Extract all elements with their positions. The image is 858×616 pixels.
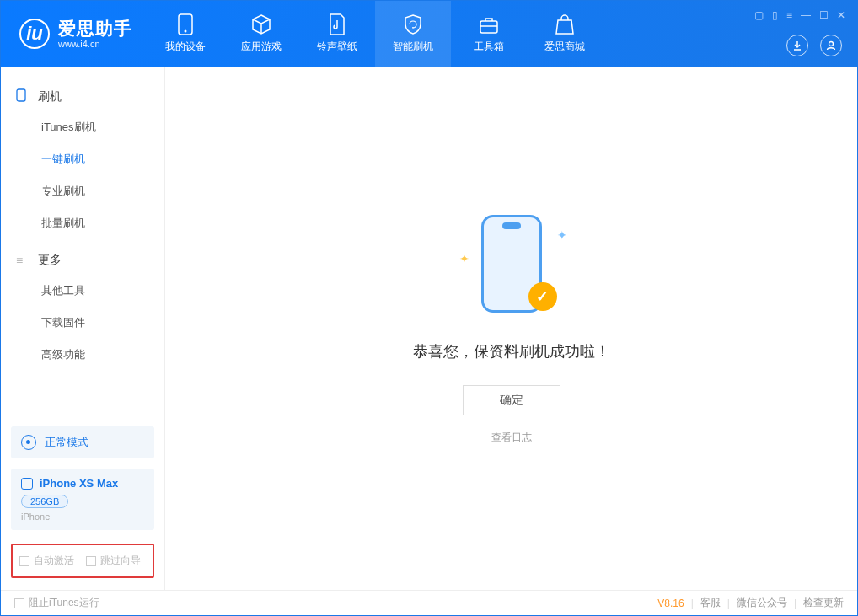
tab-ringtones-wallpapers[interactable]: 铃声壁纸 — [299, 1, 375, 67]
sidebar-section-flash: 刷机 iTunes刷机 一键刷机 专业刷机 批量刷机 — [1, 82, 164, 239]
device-type: iPhone — [21, 512, 144, 522]
close-button[interactable]: ✕ — [837, 9, 845, 21]
menu-icon[interactable]: ≡ — [786, 9, 792, 21]
music-file-icon — [326, 13, 348, 35]
sidebar-item-advanced[interactable]: 高级功能 — [1, 339, 164, 371]
toolbox-icon — [478, 13, 500, 35]
wechat-link[interactable]: 微信公众号 — [737, 596, 787, 610]
checkbox-label: 阻止iTunes运行 — [29, 596, 99, 610]
svg-rect-2 — [480, 21, 497, 33]
section-title: 刷机 — [38, 89, 62, 104]
list-icon: ≡ — [16, 254, 29, 267]
phone-outline-icon — [16, 88, 29, 104]
shield-refresh-icon — [402, 13, 424, 35]
svg-rect-4 — [17, 89, 25, 101]
sidebar-item-pro-flash[interactable]: 专业刷机 — [1, 175, 164, 207]
ok-button[interactable]: 确定 — [463, 385, 560, 415]
svg-point-1 — [185, 30, 187, 33]
phone-icon — [21, 478, 33, 490]
sidebar-item-itunes-flash[interactable]: iTunes刷机 — [1, 111, 164, 143]
sidebar-header-more[interactable]: ≡ 更多 — [1, 246, 164, 275]
checkbox-auto-activate[interactable]: 自动激活 — [19, 554, 74, 568]
minimize-button[interactable]: — — [801, 9, 811, 21]
logo[interactable]: iu 爱思助手 www.i4.cn — [1, 19, 147, 49]
checkbox-icon — [19, 556, 29, 566]
check-badge-icon: ✓ — [528, 282, 557, 311]
tab-label: 铃声壁纸 — [317, 40, 357, 54]
header: iu 爱思助手 www.i4.cn 我的设备 应用游戏 铃声壁纸 智能刷机 — [1, 1, 857, 67]
checkbox-label: 自动激活 — [34, 554, 74, 568]
checkbox-skip-wizard[interactable]: 跳过向导 — [86, 554, 141, 568]
checkbox-icon — [14, 598, 24, 608]
view-log-link[interactable]: 查看日志 — [491, 431, 532, 445]
user-button[interactable] — [820, 35, 842, 56]
feedback-icon[interactable]: ▯ — [772, 9, 778, 21]
tab-my-device[interactable]: 我的设备 — [147, 1, 223, 67]
device-storage: 256GB — [21, 495, 68, 508]
sidebar-item-download-firmware[interactable]: 下载固件 — [1, 307, 164, 339]
sparkle-icon: ✦ — [459, 252, 469, 265]
footer: 阻止iTunes运行 V8.16 | 客服 | 微信公众号 | 检查更新 — [1, 590, 857, 615]
device-info-box[interactable]: iPhone XS Max 256GB iPhone — [11, 469, 154, 530]
bag-icon — [554, 13, 576, 35]
svg-point-3 — [829, 42, 834, 46]
body: 刷机 iTunes刷机 一键刷机 专业刷机 批量刷机 ≡ 更多 其他工具 下载固… — [1, 67, 857, 590]
app-window: iu 爱思助手 www.i4.cn 我的设备 应用游戏 铃声壁纸 智能刷机 — [0, 0, 858, 616]
app-subtitle: www.i4.cn — [58, 39, 132, 49]
tab-label: 我的设备 — [165, 40, 206, 54]
tab-label: 智能刷机 — [393, 40, 433, 54]
nav-tabs: 我的设备 应用游戏 铃声壁纸 智能刷机 工具箱 爱思商城 — [147, 1, 603, 67]
maximize-button[interactable]: ☐ — [819, 9, 829, 21]
check-update-link[interactable]: 检查更新 — [803, 596, 844, 610]
sparkle-icon: ✦ — [557, 228, 567, 242]
device-name: iPhone XS Max — [40, 477, 118, 490]
sidebar-item-oneclick-flash[interactable]: 一键刷机 — [1, 143, 164, 175]
device-icon — [174, 13, 196, 35]
tab-store[interactable]: 爱思商城 — [527, 1, 603, 67]
sidebar-item-batch-flash[interactable]: 批量刷机 — [1, 207, 164, 239]
checkbox-block-itunes[interactable]: 阻止iTunes运行 — [14, 596, 99, 610]
tab-apps-games[interactable]: 应用游戏 — [223, 1, 299, 67]
footer-right: V8.16 | 客服 | 微信公众号 | 检查更新 — [657, 596, 844, 610]
sidebar-header-flash[interactable]: 刷机 — [1, 82, 164, 111]
main-content: ✦ ✦ ✓ 恭喜您，保资料刷机成功啦！ 确定 查看日志 — [165, 67, 857, 590]
tab-label: 工具箱 — [474, 40, 504, 54]
checkbox-icon — [86, 556, 96, 566]
section-title: 更多 — [38, 253, 62, 268]
download-button[interactable] — [786, 35, 808, 56]
app-title: 爱思助手 — [58, 19, 132, 38]
support-link[interactable]: 客服 — [700, 596, 721, 610]
device-mode-box[interactable]: 正常模式 — [11, 426, 154, 458]
mode-icon — [21, 435, 36, 450]
logo-text: 爱思助手 www.i4.cn — [58, 19, 132, 48]
success-message: 恭喜您，保资料刷机成功啦！ — [413, 341, 610, 362]
logo-icon: iu — [19, 19, 50, 49]
sidebar-item-other-tools[interactable]: 其他工具 — [1, 275, 164, 307]
header-actions — [786, 35, 842, 56]
shirt-icon[interactable]: ▢ — [754, 9, 764, 21]
success-illustration: ✦ ✦ ✓ — [461, 212, 562, 321]
checkbox-label: 跳过向导 — [100, 554, 141, 568]
tab-toolbox[interactable]: 工具箱 — [451, 1, 527, 67]
tab-smart-flash[interactable]: 智能刷机 — [375, 1, 451, 67]
options-box: 自动激活 跳过向导 — [11, 544, 154, 578]
device-name-row: iPhone XS Max — [21, 477, 144, 490]
version-label: V8.16 — [657, 597, 684, 609]
tab-label: 爱思商城 — [544, 40, 585, 54]
sidebar-section-more: ≡ 更多 其他工具 下载固件 高级功能 — [1, 246, 164, 371]
cube-icon — [250, 13, 272, 35]
sidebar: 刷机 iTunes刷机 一键刷机 专业刷机 批量刷机 ≡ 更多 其他工具 下载固… — [1, 67, 165, 590]
mode-label: 正常模式 — [45, 435, 88, 450]
window-controls: ▢ ▯ ≡ — ☐ ✕ — [754, 9, 845, 21]
tab-label: 应用游戏 — [241, 40, 282, 54]
